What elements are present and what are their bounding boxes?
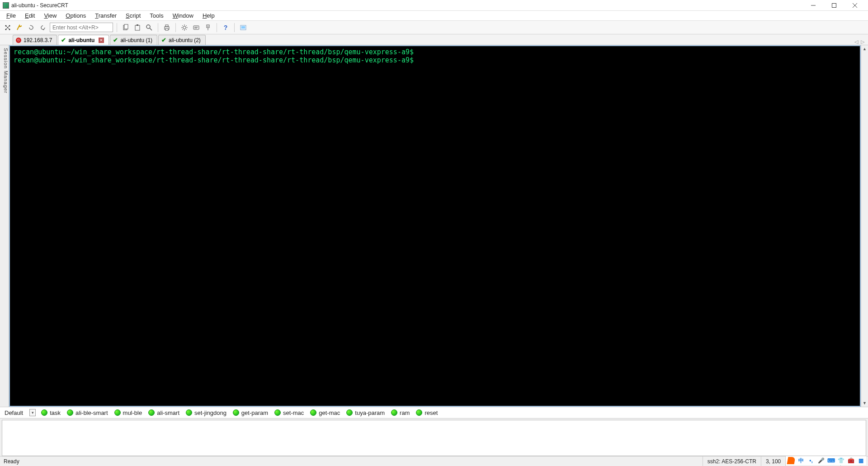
buttonbar-set-mac[interactable]: set-mac: [274, 409, 304, 416]
paste-icon[interactable]: [132, 23, 142, 33]
menu-options[interactable]: Options: [61, 11, 90, 20]
tray-skin-icon[interactable]: 👕: [837, 457, 844, 464]
svg-point-19: [183, 26, 186, 29]
menu-view[interactable]: View: [39, 11, 61, 20]
session-options-icon[interactable]: [191, 23, 201, 33]
svg-rect-17: [165, 25, 168, 27]
tray-keyboard-icon[interactable]: ⌨: [827, 457, 835, 464]
find-icon[interactable]: [144, 23, 154, 33]
buttonbar-tuya-param[interactable]: tuya-param: [346, 409, 385, 416]
buttonbar-group-dropdown[interactable]: ▾: [29, 409, 36, 416]
green-dot-icon: [274, 409, 281, 416]
tab-scroll-right-icon[interactable]: ▷: [861, 39, 864, 45]
tab-scroll-left-icon[interactable]: ◁: [854, 39, 858, 45]
tab-ali-ubuntu-1-[interactable]: ✔ali-ubuntu (1): [110, 35, 157, 45]
disconnect-icon[interactable]: [38, 23, 48, 33]
menubar: File Edit View Options Transfer Script T…: [0, 11, 868, 21]
screenshot-icon[interactable]: [238, 23, 248, 33]
ime-mode-icon[interactable]: 中: [797, 457, 805, 464]
green-dot-icon: [416, 409, 422, 416]
tray-grid-icon[interactable]: ▦: [857, 457, 864, 464]
menu-file-label: ile: [10, 12, 16, 19]
buttonbar-ram[interactable]: ram: [391, 409, 410, 416]
print-icon[interactable]: [162, 23, 172, 33]
buttonbar-label: set-mac: [283, 409, 304, 416]
help-icon[interactable]: ?: [221, 23, 231, 33]
buttonbar-get-param[interactable]: get-param: [233, 409, 268, 416]
buttonbar-label: ali-smart: [157, 409, 179, 416]
copy-icon[interactable]: [121, 23, 131, 33]
tab-label: ali-ubuntu (2): [169, 37, 201, 43]
connect-icon[interactable]: [14, 23, 24, 33]
tab-label: ali-ubuntu: [68, 37, 94, 43]
buttonbar-task[interactable]: task: [41, 409, 61, 416]
settings-icon[interactable]: [179, 23, 189, 33]
green-dot-icon: [148, 409, 155, 416]
buttonbar-label: set-jingdong: [194, 409, 226, 416]
green-dot-icon: [346, 409, 353, 416]
scroll-down-icon[interactable]: ▼: [861, 399, 868, 407]
svg-line-24: [182, 25, 183, 26]
buttonbar-reset[interactable]: reset: [416, 409, 438, 416]
menu-tools[interactable]: Tools: [145, 11, 168, 20]
toolbar-separator: [158, 23, 158, 32]
session-manager-panel-tab[interactable]: Session Manager: [0, 45, 9, 407]
svg-point-33: [208, 26, 208, 27]
reconnect-icon[interactable]: [26, 23, 36, 33]
menu-transfer[interactable]: Transfer: [90, 11, 121, 20]
toolbar: ?: [0, 21, 868, 34]
sogou-ime-icon[interactable]: [787, 457, 796, 464]
toolbar-separator: [175, 23, 176, 32]
svg-point-14: [146, 25, 150, 29]
menu-file[interactable]: File: [2, 11, 20, 20]
keymap-icon[interactable]: [203, 23, 213, 33]
tab-close-icon[interactable]: ✕: [99, 38, 104, 43]
host-input[interactable]: [50, 23, 113, 32]
svg-rect-12: [135, 25, 140, 30]
svg-rect-18: [165, 29, 168, 30]
menu-script[interactable]: Script: [121, 11, 145, 20]
menu-tools-label: Tools: [150, 12, 163, 19]
menu-window[interactable]: Window: [168, 11, 198, 20]
window-title: ali-ubuntu - SecureCRT: [11, 2, 68, 9]
check-icon: ✔: [161, 37, 166, 43]
terminal-scrollbar[interactable]: ▲ ▼: [861, 45, 868, 407]
buttonbar-ali-smart[interactable]: ali-smart: [148, 409, 179, 416]
tray-toolbox-icon[interactable]: 🧰: [847, 457, 854, 464]
green-dot-icon: [67, 409, 73, 416]
maximize-button[interactable]: [824, 0, 844, 11]
scroll-up-icon[interactable]: ▲: [861, 45, 868, 52]
terminal[interactable]: recan@ubuntu:~/win_share_workspace/rt-th…: [9, 45, 861, 407]
buttonbar-label: get-param: [241, 409, 268, 416]
toolbar-separator: [117, 23, 117, 32]
tab-ali-ubuntu[interactable]: ✔ali-ubuntu✕: [58, 35, 109, 45]
toolbar-separator: [234, 23, 235, 32]
close-button[interactable]: [844, 0, 865, 11]
system-tray: 中 •, 🎤 ⌨ 👕 🧰 ▦: [786, 456, 866, 465]
menu-view-label: iew: [48, 12, 57, 19]
status-cursor: 3, 100: [761, 456, 785, 466]
app-icon: [3, 2, 9, 9]
buttonbar-group-label: Default: [5, 409, 24, 416]
menu-edit[interactable]: Edit: [20, 11, 39, 20]
buttonbar-set-jingdong[interactable]: set-jingdong: [186, 409, 226, 416]
tab-ali-ubuntu-2-[interactable]: ✔ali-ubuntu (2): [158, 35, 206, 45]
menu-help-label: elp: [207, 12, 214, 19]
titlebar: ali-ubuntu - SecureCRT: [0, 0, 868, 11]
quick-connect-icon[interactable]: [3, 23, 13, 33]
minimize-button[interactable]: [803, 0, 824, 11]
menu-help[interactable]: Help: [198, 11, 219, 20]
buttonbar-get-mac[interactable]: get-mac: [310, 409, 340, 416]
tray-mic-icon[interactable]: 🎤: [817, 457, 825, 464]
green-dot-icon: [114, 409, 121, 416]
tab-192-168-3-7[interactable]: ⦸192.168.3.7: [13, 35, 57, 45]
buttonbar-ali-ble-smart[interactable]: ali-ble-smart: [67, 409, 108, 416]
buttonbar-mul-ble[interactable]: mul-ble: [114, 409, 142, 416]
tray-punct-icon[interactable]: •,: [807, 457, 815, 464]
svg-rect-28: [193, 26, 199, 29]
tab-label: 192.168.3.7: [24, 37, 52, 43]
tabbar: ⦸192.168.3.7✔ali-ubuntu✕✔ali-ubuntu (1)✔…: [0, 34, 868, 45]
command-window[interactable]: [2, 420, 866, 456]
buttonbar-label: reset: [425, 409, 438, 416]
toolbar-separator: [217, 23, 217, 32]
